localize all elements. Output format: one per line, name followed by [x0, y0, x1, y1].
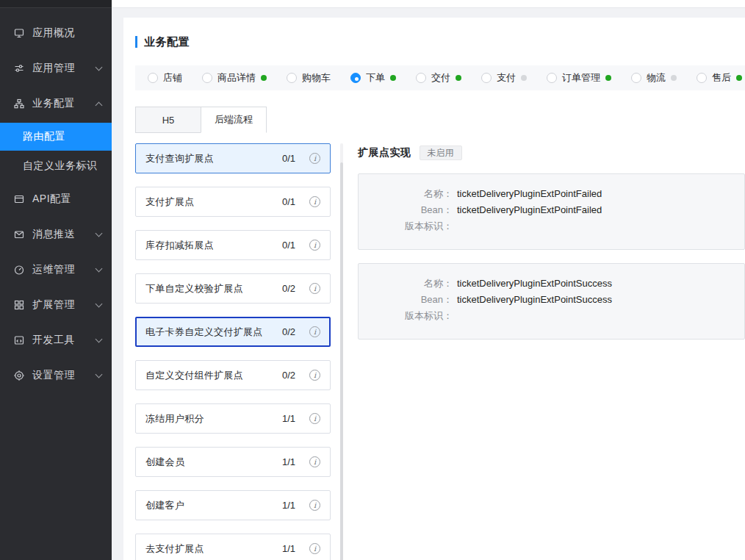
flow-step-label: 商品详情 — [217, 71, 256, 85]
flow-step-order[interactable]: 下单 — [350, 71, 396, 85]
list-scrollbar[interactable] — [340, 143, 343, 560]
sidebar-item-message-push[interactable]: 消息推送 — [0, 217, 112, 252]
flow-step-cart[interactable]: 购物车 — [287, 71, 331, 85]
extension-point-label: 电子卡券自定义交付扩展点 — [145, 326, 282, 339]
sidebar-item-api-config[interactable]: API配置 — [0, 182, 112, 217]
sidebar-item-extension-manage[interactable]: 扩展管理 — [0, 287, 112, 323]
extension-point-label: 冻结用户积分 — [145, 412, 282, 426]
extension-point-count: 0/2 — [282, 370, 295, 381]
extension-point-list: 支付查询扩展点0/1支付扩展点0/1库存扣减拓展点0/1下单自定义校验扩展点0/… — [135, 143, 331, 560]
sidebar-subitem-route-config[interactable]: 路由配置 — [0, 123, 112, 151]
extension-point-item[interactable]: 支付扩展点0/1 — [135, 187, 331, 217]
flow-step-order-manage[interactable]: 订单管理 — [547, 71, 611, 85]
extension-point-label: 自定义交付组件扩展点 — [145, 369, 282, 382]
sidebar-item-label: API配置 — [32, 193, 101, 206]
radio-icon[interactable] — [416, 73, 426, 83]
impl-version-label: 版本标识： — [373, 218, 453, 234]
extension-point-item[interactable]: 去支付扩展点1/1 — [135, 534, 331, 560]
radio-icon[interactable] — [481, 73, 492, 83]
extension-point-item[interactable]: 自定义交付组件扩展点0/2 — [135, 360, 331, 390]
extension-point-item[interactable]: 创建客户1/1 — [135, 490, 331, 520]
impl-name-label: 名称： — [373, 276, 453, 292]
extension-point-item[interactable]: 电子卡券自定义交付扩展点0/2 — [135, 317, 331, 347]
info-icon[interactable] — [309, 413, 320, 424]
extension-point-item[interactable]: 下单自定义校验扩展点0/2 — [135, 273, 331, 304]
sidebar-item-settings-manage[interactable]: 设置管理 — [0, 358, 112, 393]
overview-icon — [13, 27, 25, 39]
radio-icon[interactable] — [287, 73, 297, 83]
status-dot-gray — [521, 75, 527, 81]
sidebar-item-label: 应用管理 — [32, 62, 96, 75]
impl-bean-row: Bean：ticketDeliveryPluginExtPointFailed — [373, 202, 730, 218]
sidebar-item-dev-tools[interactable]: 开发工具 — [0, 323, 112, 358]
radio-icon[interactable] — [631, 73, 641, 83]
implementation-cards: 名称：ticketDeliveryPluginExtPointFailedBea… — [358, 173, 745, 340]
sidebar-item-label: 业务配置 — [32, 97, 96, 110]
info-icon[interactable] — [309, 240, 320, 251]
tab-bar: H5 后端流程 — [135, 107, 745, 133]
flow-step-after-sale[interactable]: 售后 — [697, 71, 742, 85]
sidebar-item-label: 消息推送 — [32, 228, 96, 241]
impl-bean-value: ticketDeliveryPluginExtPointFailed — [457, 202, 602, 218]
info-icon[interactable] — [309, 543, 320, 554]
extension-point-item[interactable]: 库存扣减拓展点0/1 — [135, 230, 331, 260]
radio-icon[interactable] — [547, 73, 557, 83]
sidebar-item-label: 设置管理 — [32, 369, 96, 382]
sidebar-item-app-overview[interactable]: 应用概况 — [0, 15, 112, 51]
flow-step-product-detail[interactable]: 商品详情 — [202, 71, 267, 85]
content-card: 业务配置 店铺商品详情购物车下单交付支付订单管理物流售后会员中心 H5 后端流程… — [123, 18, 745, 560]
extension-point-label: 库存扣减拓展点 — [145, 239, 282, 252]
info-icon[interactable] — [309, 153, 320, 164]
flow-step-label: 售后 — [712, 71, 731, 85]
info-icon[interactable] — [309, 370, 320, 381]
sidebar-nav: 应用概况应用管理业务配置路由配置自定义业务标识API配置消息推送运维管理扩展管理… — [0, 8, 112, 393]
tab-h5[interactable]: H5 — [135, 107, 201, 133]
info-icon[interactable] — [309, 456, 320, 467]
page-title-text: 业务配置 — [144, 35, 190, 49]
main-area: 业务配置 店铺商品详情购物车下单交付支付订单管理物流售后会员中心 H5 后端流程… — [112, 0, 745, 560]
tab-content: 支付查询扩展点0/1支付扩展点0/1库存扣减拓展点0/1下单自定义校验扩展点0/… — [135, 143, 745, 560]
extension-point-label: 支付扩展点 — [145, 195, 282, 209]
radio-icon[interactable] — [148, 73, 158, 83]
tab-backend-flow[interactable]: 后端流程 — [201, 107, 267, 133]
extension-point-item[interactable]: 冻结用户积分1/1 — [135, 403, 331, 434]
sidebar-item-ops-manage[interactable]: 运维管理 — [0, 252, 112, 287]
sidebar-item-label: 应用概况 — [32, 26, 101, 40]
flow-step-label: 订单管理 — [562, 71, 600, 85]
impl-name-label: 名称： — [373, 186, 453, 202]
flow-step-radio-bar: 店铺商品详情购物车下单交付支付订单管理物流售后会员中心 — [135, 65, 745, 90]
info-icon[interactable] — [309, 326, 320, 337]
sidebar-item-business-config[interactable]: 业务配置 — [0, 86, 112, 121]
flow-step-shop[interactable]: 店铺 — [148, 71, 182, 85]
extension-point-item[interactable]: 创建会员1/1 — [135, 447, 331, 477]
status-badge: 未启用 — [420, 146, 462, 160]
info-icon[interactable] — [309, 500, 320, 511]
impl-version-row: 版本标识： — [373, 218, 730, 234]
radio-icon[interactable] — [202, 73, 212, 83]
extension-point-count: 0/1 — [282, 240, 295, 251]
sidebar-subitem-custom-biz-tag[interactable]: 自定义业务标识 — [0, 152, 112, 180]
flow-step-label: 支付 — [497, 71, 516, 85]
status-dot-green — [605, 75, 611, 81]
radio-selected-icon[interactable] — [350, 73, 361, 83]
settings-manage-icon — [13, 370, 25, 381]
extension-point-label: 创建客户 — [145, 499, 282, 512]
flow-step-label: 下单 — [366, 71, 385, 85]
flow-step-logistics[interactable]: 物流 — [631, 71, 677, 85]
impl-bean-label: Bean： — [373, 202, 453, 218]
info-icon[interactable] — [309, 283, 320, 294]
sidebar-item-app-manage[interactable]: 应用管理 — [0, 51, 112, 86]
extension-point-count: 1/1 — [282, 413, 295, 424]
flow-step-delivery[interactable]: 交付 — [416, 71, 461, 85]
status-dot-green — [456, 75, 461, 81]
scrollbar-thumb[interactable] — [340, 162, 343, 560]
radio-icon[interactable] — [697, 73, 707, 83]
status-dot-green — [736, 75, 742, 81]
flow-step-payment[interactable]: 支付 — [481, 71, 527, 85]
extension-point-item[interactable]: 支付查询扩展点0/1 — [135, 143, 331, 173]
chevron-down-icon — [96, 265, 103, 272]
info-icon[interactable] — [309, 196, 320, 207]
sidebar-top-strip — [0, 0, 112, 8]
status-dot-green — [390, 75, 396, 81]
flow-step-label: 店铺 — [163, 71, 182, 85]
